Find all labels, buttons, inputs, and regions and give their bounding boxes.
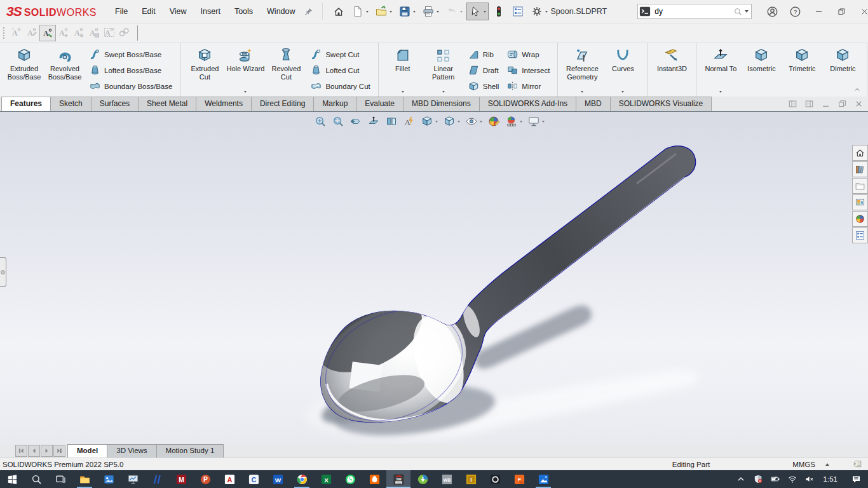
feature-manager-collapsed-handle[interactable] bbox=[0, 257, 6, 287]
tab-solidworks-visualize[interactable]: SOLIDWORKS Visualize bbox=[610, 97, 712, 111]
dropdown-caret-icon[interactable] bbox=[581, 91, 583, 93]
photos-app-button[interactable] bbox=[531, 470, 555, 488]
taskpane-tab-custom-properties[interactable] bbox=[852, 227, 868, 243]
tab-sketch[interactable]: Sketch bbox=[50, 97, 92, 111]
model-tab-3d-views[interactable]: 3D Views bbox=[107, 444, 156, 458]
clipchamp-app-button[interactable]: C bbox=[241, 470, 266, 488]
file-explorer-app-button[interactable] bbox=[72, 470, 97, 488]
ribbon-button-reference-geometry[interactable]: Reference Geometry bbox=[562, 44, 602, 95]
annotation-tool-5-button[interactable]: AB bbox=[71, 25, 86, 40]
taskpane-tab-home[interactable] bbox=[852, 145, 868, 161]
nav-next-button[interactable] bbox=[41, 445, 53, 457]
graphics-viewport[interactable]: A bbox=[0, 112, 868, 444]
dropdown-caret-icon[interactable] bbox=[460, 11, 463, 13]
dropdown-caret-icon[interactable] bbox=[480, 121, 482, 123]
battery-button[interactable] bbox=[770, 474, 781, 485]
tab-weldments[interactable]: Weldments bbox=[196, 97, 252, 111]
ribbon-button-extruded-boss-base[interactable]: Extruded Boss/Base bbox=[4, 44, 44, 95]
ribbon-button-rib[interactable]: Rib bbox=[465, 46, 502, 62]
ribbon-button-trimetric[interactable]: Trimetric bbox=[782, 44, 822, 95]
dropdown-caret-icon[interactable] bbox=[542, 121, 545, 123]
whatsapp-app-button[interactable] bbox=[338, 470, 362, 488]
chevron-up-tray-button[interactable] bbox=[736, 474, 747, 485]
annotation-tool-6-button[interactable]: A bbox=[86, 25, 102, 40]
dropdown-caret-icon[interactable] bbox=[458, 121, 460, 123]
ribbon-button-revolved-cut[interactable]: Revolved Cut bbox=[266, 44, 306, 95]
ribbon-button-instant3d[interactable]: Instant3D bbox=[652, 44, 691, 95]
annotation-tool-1-button[interactable]: A bbox=[9, 25, 24, 40]
doc-restore-icon[interactable] bbox=[837, 99, 848, 109]
system-monitor-app-button[interactable] bbox=[121, 470, 145, 488]
menu-edit[interactable]: Edit bbox=[135, 0, 163, 23]
tab-solidworks-add-ins[interactable]: SOLIDWORKS Add-Ins bbox=[479, 97, 576, 111]
ribbon-button-swept-boss-base[interactable]: Swept Boss/Base bbox=[86, 46, 175, 62]
dropdown-caret-icon[interactable] bbox=[390, 11, 392, 13]
i-launcher-app-button[interactable]: I bbox=[459, 470, 483, 488]
word-app-button[interactable]: W bbox=[266, 470, 290, 488]
start-button[interactable] bbox=[0, 470, 24, 488]
taskbar-search-button[interactable] bbox=[24, 470, 48, 488]
dropdown-caret-icon[interactable] bbox=[402, 91, 404, 93]
undo-button[interactable] bbox=[443, 3, 465, 20]
search-commands-box[interactable] bbox=[637, 4, 752, 19]
home-command-button[interactable] bbox=[330, 3, 348, 20]
chrome-app-button[interactable] bbox=[290, 470, 314, 488]
ribbon-button-extruded-cut[interactable]: Extruded Cut bbox=[185, 44, 224, 95]
dropdown-caret-icon[interactable] bbox=[413, 11, 416, 13]
dropdown-caret-icon[interactable] bbox=[484, 11, 486, 13]
dropdown-caret-icon[interactable] bbox=[719, 91, 722, 93]
ribbon-button-swept-cut[interactable]: Swept Cut bbox=[308, 46, 372, 62]
dropdown-caret-icon[interactable] bbox=[366, 11, 369, 13]
ribbon-button-boundary-boss-base[interactable]: Boundary Boss/Base bbox=[86, 78, 175, 94]
options-gear-button[interactable] bbox=[528, 3, 550, 20]
search-input[interactable] bbox=[653, 6, 733, 17]
volume-muted-button[interactable] bbox=[804, 474, 815, 485]
taskpane-tab-view-palette[interactable] bbox=[852, 194, 868, 210]
section-view-button[interactable] bbox=[383, 114, 400, 129]
menu-insert[interactable]: Insert bbox=[194, 0, 227, 23]
ribbon-button-revolved-boss-base[interactable]: Revolved Boss/Base bbox=[45, 44, 85, 95]
nav-last-button[interactable] bbox=[53, 445, 65, 457]
view-orientation-cube-button[interactable] bbox=[419, 114, 440, 129]
help-button[interactable]: ? bbox=[787, 3, 803, 20]
nav-first-button[interactable] bbox=[15, 445, 27, 457]
menu-window[interactable]: Window bbox=[260, 0, 302, 23]
ribbon-button-isometric[interactable]: Isometric bbox=[742, 44, 781, 95]
tab-evaluate[interactable]: Evaluate bbox=[356, 97, 403, 111]
mendeley-app-button[interactable]: M bbox=[169, 470, 193, 488]
ribbon-button-curves[interactable]: Curves bbox=[603, 44, 642, 95]
dropdown-caret-icon[interactable] bbox=[244, 91, 247, 93]
menu-view[interactable]: View bbox=[163, 0, 194, 23]
print-document-button[interactable] bbox=[419, 3, 442, 20]
toolbar-grip[interactable] bbox=[2, 26, 6, 40]
hide-show-items-button[interactable] bbox=[463, 114, 484, 129]
display-style-button[interactable] bbox=[441, 114, 462, 129]
annotation-tool-2-button[interactable]: A bbox=[24, 25, 39, 40]
annotation-tool-7-button[interactable]: A bbox=[102, 25, 117, 40]
dropdown-caret-icon[interactable] bbox=[545, 11, 548, 13]
new-document-button[interactable] bbox=[349, 3, 371, 20]
dock-pane-right-icon[interactable] bbox=[804, 99, 815, 109]
annotation-tool-3-button[interactable]: A bbox=[39, 25, 56, 41]
taskpane-tab-design-library[interactable] bbox=[852, 161, 868, 177]
units-selector[interactable]: MMGS bbox=[792, 461, 815, 468]
ribbon-button-boundary-cut[interactable]: Boundary Cut bbox=[308, 78, 372, 94]
zoom-to-area-button[interactable] bbox=[330, 114, 346, 129]
ribbon-button-fillet[interactable]: Fillet bbox=[383, 44, 423, 95]
solidworks-2022-app-button[interactable]: SW2022 bbox=[386, 470, 410, 488]
apply-scene-button[interactable] bbox=[503, 114, 524, 129]
rebuild-traffic-light-button[interactable] bbox=[490, 3, 508, 20]
ribbon-button-hole-wizard[interactable]: Hole Wizard bbox=[226, 44, 265, 95]
account-button[interactable] bbox=[764, 3, 780, 20]
select-cursor-button[interactable] bbox=[466, 3, 489, 20]
annotation-tool-4-button[interactable]: A bbox=[56, 25, 71, 40]
tab-direct-editing[interactable]: Direct Editing bbox=[251, 97, 314, 111]
powerpoint-app-button[interactable]: P bbox=[193, 470, 217, 488]
ribbon-button-normal-to[interactable]: Normal To bbox=[701, 44, 740, 95]
taskpane-tab-file-explorer[interactable] bbox=[852, 178, 868, 194]
tab-surfaces[interactable]: Surfaces bbox=[91, 97, 139, 111]
model-tab-model[interactable]: Model bbox=[67, 444, 107, 458]
nitro-app-button[interactable] bbox=[362, 470, 386, 488]
tab-markup[interactable]: Markup bbox=[313, 97, 356, 111]
menu-tools[interactable]: Tools bbox=[227, 0, 260, 23]
